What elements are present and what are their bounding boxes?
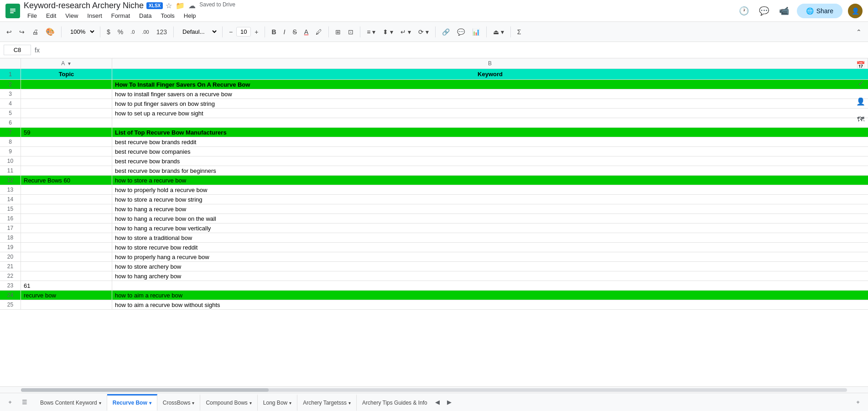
print-button[interactable]: 🖨 bbox=[29, 26, 41, 37]
cell-b-23[interactable] bbox=[112, 281, 868, 290]
cell-a-10[interactable] bbox=[21, 156, 112, 166]
menu-view[interactable]: View bbox=[62, 10, 82, 21]
tab-compound-bows[interactable]: Compound Bows ▾ bbox=[200, 394, 257, 411]
font-family-select[interactable]: Defaul... bbox=[177, 26, 218, 37]
cell-a-18[interactable] bbox=[21, 233, 112, 242]
cell-a-21[interactable] bbox=[21, 262, 112, 271]
cell-b-25[interactable]: how to aim a recurve bow without sights bbox=[112, 300, 868, 309]
align-vertical-button[interactable]: ⬍ ▾ bbox=[380, 26, 396, 37]
cell-b-11[interactable]: best recurve bow brands for beginners bbox=[112, 166, 868, 175]
share-button[interactable]: 🌐 Share bbox=[797, 4, 842, 18]
increase-decimal-button[interactable]: .00 bbox=[139, 27, 151, 36]
add-sheet-right-button[interactable]: + bbox=[852, 396, 864, 409]
menu-help[interactable]: Help bbox=[180, 10, 200, 21]
horizontal-scrollbar[interactable] bbox=[0, 386, 868, 393]
sheet-menu-button[interactable]: ☰ bbox=[18, 396, 31, 409]
cell-a-6[interactable] bbox=[21, 118, 112, 127]
cell-a-12[interactable]: Recurve Bows 60 bbox=[21, 176, 112, 185]
link-button[interactable]: 🔗 bbox=[439, 26, 452, 37]
cell-reference-input[interactable] bbox=[4, 45, 31, 55]
cell-a-15[interactable] bbox=[21, 204, 112, 213]
text-color-button[interactable]: A bbox=[301, 26, 311, 37]
history-icon[interactable]: 🕐 bbox=[737, 4, 751, 18]
cell-a-3[interactable] bbox=[21, 89, 112, 99]
cell-b-13[interactable]: how to properly hold a recurve bow bbox=[112, 185, 868, 194]
zoom-select[interactable]: 100% bbox=[65, 26, 96, 37]
cell-a-25[interactable] bbox=[21, 300, 112, 309]
menu-data[interactable]: Data bbox=[135, 10, 155, 21]
tab-archery-tips[interactable]: Archery Tips Guides & Info ▾ bbox=[357, 394, 428, 411]
cell-b-17[interactable]: how to hang a recurve bow vertically bbox=[112, 224, 868, 233]
merge-button[interactable]: ⊡ bbox=[345, 26, 356, 37]
cell-b-19[interactable]: how to store recurve bow reddit bbox=[112, 243, 868, 252]
tab-recurve-bow[interactable]: Recurve Bow ▾ bbox=[107, 394, 157, 411]
tab-dropdown-arrow[interactable]: ▾ bbox=[249, 401, 252, 406]
undo-button[interactable]: ↩ bbox=[4, 26, 15, 37]
percent-button[interactable]: % bbox=[115, 26, 126, 37]
menu-file[interactable]: File bbox=[24, 10, 41, 21]
contacts-icon[interactable]: 👤 bbox=[855, 96, 866, 107]
cell-a-22[interactable] bbox=[21, 271, 112, 281]
cell-b-12[interactable]: how to store a recurve bow bbox=[112, 176, 868, 185]
format-number-button[interactable]: 123 bbox=[154, 26, 170, 37]
cell-a-9[interactable] bbox=[21, 147, 112, 156]
menu-edit[interactable]: Edit bbox=[42, 10, 60, 21]
tab-long-bow[interactable]: Long Bow ▾ bbox=[258, 394, 297, 411]
cell-a-24[interactable]: recurve bow bbox=[21, 291, 112, 300]
cell-a-20[interactable] bbox=[21, 252, 112, 261]
function-button[interactable]: Σ bbox=[515, 26, 524, 37]
cell-a-7[interactable]: 59 bbox=[21, 128, 112, 137]
cell-b-15[interactable]: how to hang a recurve bow bbox=[112, 204, 868, 213]
cell-b-6[interactable] bbox=[112, 118, 868, 127]
meet-icon[interactable]: 📹 bbox=[777, 4, 791, 18]
paint-format-button[interactable]: 🎨 bbox=[43, 26, 57, 38]
tab-dropdown-arrow[interactable]: ▾ bbox=[289, 401, 291, 406]
filter-button[interactable]: ⏏ ▾ bbox=[490, 26, 507, 37]
tab-crossbows[interactable]: CrossBows ▾ bbox=[157, 394, 201, 411]
redo-button[interactable]: ↪ bbox=[16, 26, 27, 37]
chart-button[interactable]: 📊 bbox=[469, 26, 483, 37]
calendar-icon[interactable]: 📅 bbox=[855, 59, 866, 70]
cell-a-17[interactable] bbox=[21, 224, 112, 233]
tab-archery-targetsss[interactable]: Archery Targetsss ▾ bbox=[297, 394, 357, 411]
cell-a-8[interactable] bbox=[21, 137, 112, 146]
cell-b-8[interactable]: best recurve bow brands reddit bbox=[112, 137, 868, 146]
tasks-icon[interactable]: ✓ bbox=[855, 78, 866, 88]
tab-dropdown-arrow[interactable]: ▾ bbox=[348, 401, 351, 406]
cell-b-20[interactable]: how to properly hang a recurve bow bbox=[112, 252, 868, 261]
strikethrough-button[interactable]: S bbox=[290, 26, 299, 37]
cell-b-4[interactable]: how to put finger savers on bow string bbox=[112, 99, 868, 108]
formula-input[interactable] bbox=[43, 47, 864, 53]
cell-b-1[interactable]: Keyword bbox=[112, 69, 868, 79]
user-avatar[interactable]: 👤 bbox=[848, 4, 863, 18]
cell-a-16[interactable] bbox=[21, 214, 112, 223]
menu-insert[interactable]: Insert bbox=[83, 10, 106, 21]
cell-a-23[interactable]: 61 bbox=[21, 281, 112, 290]
increase-font-button[interactable]: + bbox=[252, 26, 261, 37]
cell-a-2[interactable] bbox=[21, 80, 112, 89]
star-icon[interactable]: ☆ bbox=[166, 1, 172, 10]
borders-button[interactable]: ⊞ bbox=[333, 26, 343, 37]
cell-a-13[interactable] bbox=[21, 185, 112, 194]
cell-b-22[interactable]: how to hang archery bow bbox=[112, 271, 868, 281]
decrease-font-button[interactable]: − bbox=[226, 26, 235, 37]
tab-dropdown-arrow[interactable]: ▾ bbox=[149, 401, 151, 406]
cell-b-3[interactable]: how to install finger savers on a recurv… bbox=[112, 89, 868, 99]
menu-tools[interactable]: Tools bbox=[157, 10, 178, 21]
comments-icon[interactable]: 💬 bbox=[757, 4, 771, 18]
bold-button[interactable]: B bbox=[269, 26, 279, 37]
grid-scroll[interactable]: 1 Topic Keyword 2 How To Install Finger … bbox=[0, 69, 868, 386]
add-sheet-button[interactable]: + bbox=[4, 396, 16, 409]
currency-button[interactable]: $ bbox=[104, 26, 113, 37]
collapse-button[interactable]: ⌃ bbox=[853, 26, 864, 37]
cell-b-9[interactable]: best recurve bow companies bbox=[112, 147, 868, 156]
cell-a-1[interactable]: Topic bbox=[21, 69, 112, 79]
cell-a-19[interactable] bbox=[21, 243, 112, 252]
cell-b-21[interactable]: how to store archery bow bbox=[112, 262, 868, 271]
tab-dropdown-arrow[interactable]: ▾ bbox=[192, 401, 194, 406]
cell-a-5[interactable] bbox=[21, 109, 112, 118]
wrap-button[interactable]: ↵ ▾ bbox=[398, 26, 414, 37]
cell-a-11[interactable] bbox=[21, 166, 112, 175]
cell-b-14[interactable]: how to store a recurve bow string bbox=[112, 195, 868, 204]
cell-a-4[interactable] bbox=[21, 99, 112, 108]
